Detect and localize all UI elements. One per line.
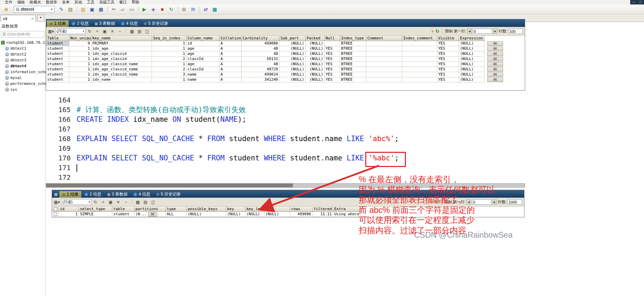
- overflow-button[interactable]: 0K: [487, 62, 503, 67]
- sidebar-item-performance_schema[interactable]: performance_schema: [0, 81, 45, 87]
- sidebar-item-dbtest2[interactable]: dbtest2: [0, 51, 45, 57]
- result-tab-4[interactable]: i4 信息: [118, 20, 141, 27]
- sidebar-item-connection[interactable]: root@192.168.76.152: [0, 40, 45, 46]
- column-header-Packed[interactable]: Packed: [306, 36, 325, 41]
- result-tab-5[interactable]: ⊙5 历史记录: [141, 20, 171, 27]
- column-header-Index_type[interactable]: Index_type: [340, 36, 366, 41]
- result-tab-5[interactable]: ⊙5 历史记录: [153, 191, 183, 198]
- first-row-input[interactable]: [473, 29, 492, 34]
- menu-item[interactable]: 表单: [62, 0, 70, 4]
- code-text[interactable]: CREATE INDEX idx_name ON student(NAME);: [76, 115, 246, 124]
- row-count-input[interactable]: [508, 199, 522, 205]
- checkbox[interactable]: [54, 213, 57, 216]
- copy-icon[interactable]: ▱: [119, 6, 127, 13]
- filter-icon[interactable]: ▼: [431, 29, 435, 33]
- create-table-icon[interactable]: ⊞: [180, 6, 188, 13]
- new-query-icon[interactable]: ✎: [57, 6, 65, 13]
- refresh-icon[interactable]: ↻: [167, 6, 175, 13]
- delete-row-icon[interactable]: −: [122, 199, 129, 205]
- column-header-ref[interactable]: ref: [264, 207, 290, 212]
- menu-item[interactable]: 高级工具: [99, 0, 114, 4]
- table-row[interactable]: student0PRIMARY1idA499086(NULL)(NULL)BTR…: [46, 41, 525, 46]
- text-view-icon[interactable]: ▤: [142, 199, 149, 205]
- result-tab-4[interactable]: i4 信息: [131, 191, 153, 198]
- result-tab-1[interactable]: ▦1 结果: [59, 191, 81, 198]
- spin-right-button[interactable]: ▶: [493, 29, 498, 34]
- scrollbar-thumb[interactable]: [46, 184, 293, 187]
- column-header-key[interactable]: key: [226, 207, 245, 212]
- database-selector[interactable]: dbtest4 ▾: [14, 6, 54, 13]
- form-view-icon[interactable]: ◫: [144, 28, 151, 34]
- overflow-button[interactable]: 0K: [487, 67, 503, 72]
- code-text[interactable]: # 计算、函数、类型转换(自动或手动)导致索引失效: [76, 105, 246, 115]
- add-row-icon[interactable]: +: [94, 28, 101, 34]
- column-header-select_type[interactable]: select_type: [79, 207, 112, 212]
- sql-editor[interactable]: 164165# 计算、函数、类型转换(自动或手动)导致索引失效166CREATE…: [46, 91, 525, 183]
- column-header-Expression[interactable]: Expression: [459, 36, 484, 41]
- sidebar-item-dbtest4[interactable]: dbtest4: [0, 63, 45, 69]
- cancel-changes-icon[interactable]: ✕: [109, 28, 116, 34]
- add-tab-button[interactable]: +: [37, 15, 44, 21]
- column-header-Extra[interactable]: Extra: [333, 207, 361, 212]
- row-count-input[interactable]: [508, 29, 523, 34]
- spin-left-button[interactable]: ◀: [467, 29, 472, 34]
- overflow-button[interactable]: 0K: [487, 57, 503, 61]
- schema-sync-icon[interactable]: ⇄: [202, 6, 210, 13]
- column-header-partitions[interactable]: partitions: [134, 207, 166, 212]
- code-text[interactable]: EXPLAIN SELECT SQL_NO_CACHE * FROM stude…: [76, 154, 399, 162]
- sidebar-item-sys[interactable]: sys: [0, 87, 45, 92]
- menu-item[interactable]: 编辑: [17, 0, 25, 4]
- overflow-button[interactable]: 0K: [487, 78, 503, 82]
- sidebar-item-mysql[interactable]: mysql: [0, 75, 45, 81]
- grid-menu-icon[interactable]: ▦▾: [48, 28, 54, 34]
- code-text[interactable]: EXPLAIN SELECT SQL_NO_CACHE * FROM stude…: [76, 135, 399, 143]
- export-resultset-icon[interactable]: ▤: [66, 6, 74, 13]
- column-header-filtered[interactable]: filtered: [313, 207, 333, 212]
- menu-item[interactable]: 窗口: [119, 0, 127, 4]
- refresh-grid-icon[interactable]: ↻: [86, 28, 93, 34]
- sidebar-item-information_schema[interactable]: information_schema: [0, 69, 45, 75]
- code-text[interactable]: [76, 164, 77, 172]
- maximize-button[interactable]: □: [637, 0, 644, 4]
- overflow-button[interactable]: 0K: [487, 52, 503, 56]
- save-changes-icon[interactable]: ▣: [107, 199, 114, 205]
- refresh-grid-icon[interactable]: ↻: [92, 199, 99, 205]
- column-header-table[interactable]: table: [112, 207, 134, 212]
- database-filter-input[interactable]: 器 (Ctrl+Shift+B): [1, 31, 44, 38]
- column-header-Collation[interactable]: Collation: [219, 36, 242, 41]
- connection-tab[interactable]: ux ×: [1, 15, 36, 22]
- menu-item[interactable]: 其他: [74, 0, 82, 4]
- table-row[interactable]: student1idx_age_classid_name3nameA499024…: [46, 72, 525, 77]
- refresh-icon[interactable]: ↻: [436, 29, 439, 34]
- column-header-Key_name[interactable]: Key_name: [91, 36, 152, 41]
- column-header-id[interactable]: id: [59, 207, 79, 212]
- paste-icon[interactable]: ▭: [127, 6, 136, 13]
- overflow-button[interactable]: 0K: [487, 41, 503, 46]
- messages-icon[interactable]: ✉: [189, 6, 197, 13]
- cut-icon[interactable]: ✂: [110, 6, 118, 13]
- menu-item[interactable]: 数据库: [46, 0, 57, 4]
- readonly-selector[interactable]: (只读)▾: [61, 199, 91, 205]
- grid-view-icon[interactable]: ▦: [129, 28, 135, 34]
- column-header-Visible[interactable]: Visible: [437, 36, 459, 41]
- table-row[interactable]: student1idx_age1ageA48(NULL)(NULL)YESBTR…: [46, 46, 525, 51]
- result-tab-3[interactable]: ▦3 表数据: [104, 191, 130, 198]
- column-header-rows[interactable]: rows: [290, 207, 313, 212]
- table-row[interactable]: student1idx_age_classid2classIdA50131(NU…: [46, 57, 525, 62]
- column-header-Non_unique[interactable]: Non_unique: [69, 36, 91, 41]
- menu-item[interactable]: 帮助: [132, 0, 139, 4]
- result-tab-1[interactable]: ▦1 结果: [47, 20, 69, 27]
- save-sql-icon[interactable]: ▣: [88, 6, 96, 13]
- sidebar-item-dbtest1[interactable]: dbtest1: [0, 46, 45, 51]
- column-header-possible_keys[interactable]: possible_keys: [187, 207, 226, 212]
- menu-item[interactable]: 工具: [87, 0, 94, 4]
- menu-item[interactable]: 文件: [5, 0, 12, 4]
- cancel-changes-icon[interactable]: ✕: [115, 199, 122, 205]
- column-header-key_len[interactable]: key_len: [245, 207, 264, 212]
- save-changes-icon[interactable]: ▣: [101, 28, 108, 34]
- close-icon[interactable]: ×: [31, 17, 33, 21]
- checkbox[interactable]: [54, 207, 57, 211]
- stop-query-icon[interactable]: ■: [158, 6, 166, 13]
- sidebar-item-dbtest3[interactable]: dbtest3: [0, 57, 45, 63]
- table-row[interactable]: student1idx_name1nameA341240(NULL)(NULL)…: [46, 77, 525, 82]
